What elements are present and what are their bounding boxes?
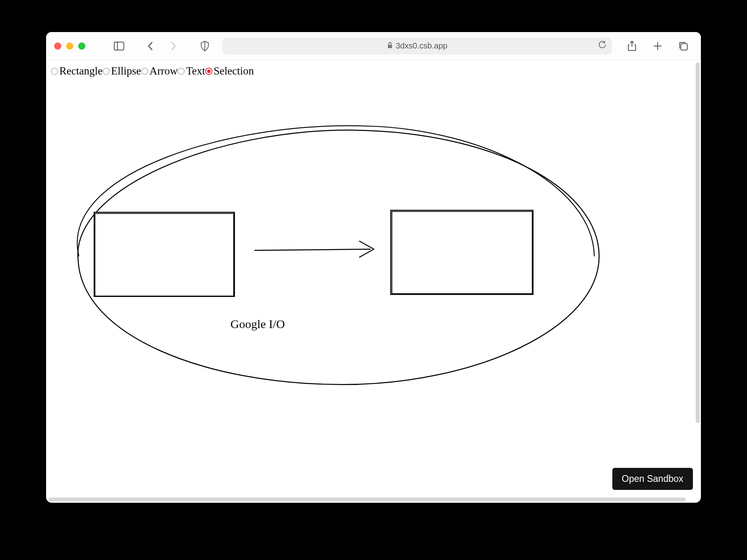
radio-icon bbox=[51, 68, 58, 75]
tool-rectangle[interactable]: Rectangle bbox=[51, 65, 103, 77]
arrow-head bbox=[359, 241, 374, 257]
toolbar-right bbox=[626, 40, 689, 52]
window-controls bbox=[54, 42, 85, 50]
tool-selection[interactable]: Selection bbox=[205, 65, 254, 77]
tool-text[interactable]: Text bbox=[178, 65, 205, 77]
sidebar-toggle-icon[interactable] bbox=[113, 40, 125, 52]
new-tab-icon[interactable] bbox=[652, 40, 663, 52]
tool-picker: Rectangle Ellipse Arrow Text Selection bbox=[51, 65, 254, 77]
tool-label: Ellipse bbox=[111, 65, 141, 77]
shield-icon[interactable] bbox=[199, 40, 210, 52]
radio-icon bbox=[178, 68, 185, 75]
minimize-button[interactable] bbox=[66, 42, 73, 50]
radio-icon bbox=[205, 68, 212, 75]
browser-window: 3dxs0.csb.app Rectangle El bbox=[46, 32, 701, 503]
horizontal-scrollbar[interactable] bbox=[48, 498, 686, 502]
url-text: 3dxs0.csb.app bbox=[396, 41, 448, 50]
arrow-line[interactable] bbox=[254, 249, 371, 250]
svg-rect-0 bbox=[114, 42, 124, 50]
tool-label: Arrow bbox=[149, 65, 178, 77]
lock-icon bbox=[387, 41, 393, 50]
tabs-overview-icon[interactable] bbox=[678, 40, 689, 52]
nav-back-icon[interactable] bbox=[145, 40, 156, 52]
radio-icon bbox=[141, 68, 148, 75]
tool-label: Selection bbox=[214, 65, 254, 77]
maximize-button[interactable] bbox=[78, 42, 85, 50]
tool-arrow[interactable]: Arrow bbox=[141, 65, 178, 77]
radio-icon bbox=[103, 68, 110, 75]
tool-ellipse[interactable]: Ellipse bbox=[103, 65, 141, 77]
drawing-canvas[interactable] bbox=[46, 60, 701, 503]
vertical-scrollbar[interactable] bbox=[696, 62, 700, 423]
close-button[interactable] bbox=[54, 42, 61, 50]
ellipse-shape-stroke2 bbox=[77, 126, 594, 256]
nav-forward-icon[interactable] bbox=[168, 40, 179, 52]
ellipse-shape[interactable] bbox=[78, 130, 599, 385]
share-icon[interactable] bbox=[626, 40, 638, 52]
browser-titlebar: 3dxs0.csb.app bbox=[46, 32, 701, 60]
rectangle-right[interactable] bbox=[391, 210, 533, 294]
canvas-text-label[interactable]: Google I/O bbox=[230, 317, 285, 331]
svg-rect-6 bbox=[681, 44, 687, 50]
rectangle-left[interactable] bbox=[94, 212, 234, 296]
reload-icon[interactable] bbox=[598, 41, 606, 51]
svg-rect-3 bbox=[388, 45, 392, 48]
address-bar[interactable]: 3dxs0.csb.app bbox=[222, 38, 612, 54]
rectangle-right-stroke2 bbox=[392, 212, 532, 294]
rectangle-left-stroke2 bbox=[95, 214, 234, 296]
tool-label: Rectangle bbox=[59, 65, 103, 77]
content-area: Rectangle Ellipse Arrow Text Selection bbox=[46, 60, 701, 503]
open-sandbox-button[interactable]: Open Sandbox bbox=[612, 468, 693, 490]
tool-label: Text bbox=[186, 65, 205, 77]
